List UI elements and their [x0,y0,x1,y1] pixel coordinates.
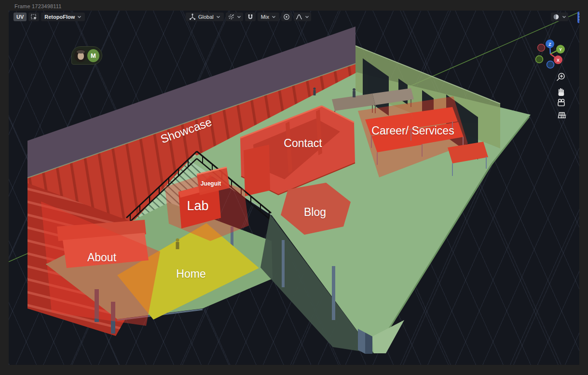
orientation-dropdown[interactable]: Global [186,13,224,21]
3d-viewport[interactable]: Z Y X [9,11,579,365]
gizmo-neg-y-ball[interactable] [536,56,543,63]
chevron-down-icon [77,15,82,19]
pivot-point-icon [228,13,234,20]
collaborator-avatar [74,49,86,62]
chevron-down-icon [216,15,220,19]
character-figure-home [176,239,179,250]
collaborator-initial-badge: M [87,49,99,62]
toolbar-left: UV RetopoFlow [14,13,85,21]
zone-label-about[interactable]: About [87,251,116,264]
gizmo-y-label: Y [559,47,562,52]
proportional-toggle[interactable] [281,13,292,21]
zone-label-lab[interactable]: Lab [187,199,208,214]
zone-label-home[interactable]: Home [176,268,205,281]
proportional-editing-icon [283,13,290,20]
chevron-down-icon [562,15,566,19]
magnet-snap-icon [247,13,254,20]
pan-hand-icon[interactable] [559,88,564,96]
toolbar-right [551,13,568,21]
zone-label-blog[interactable]: Blog [304,206,326,219]
chevron-down-icon [237,15,241,19]
gizmo-neg-z-ball[interactable] [547,61,554,68]
falloff-curve-icon [296,13,302,20]
blend-mode-dropdown[interactable]: Mix [258,13,279,21]
navigation-gizmo[interactable]: Z Y X [536,40,565,68]
chevron-down-icon [305,15,309,19]
falloff-dropdown[interactable] [294,13,311,21]
retopoflow-dropdown[interactable]: RetopoFlow [41,13,85,21]
figma-canvas: Frame 1723498111 [0,0,588,375]
uv-button[interactable]: UV [14,13,27,21]
gizmo-z-label: Z [548,42,551,47]
viewport-shading-icon [553,13,560,20]
uv-select-box-icon [30,13,37,20]
zoom-icon[interactable] [557,73,564,80]
viewport-nav-tools [557,73,566,118]
camera-view-icon[interactable] [558,99,564,106]
frame-title[interactable]: Frame 1723498111 [14,3,62,9]
orthographic-grid-icon[interactable] [559,113,566,118]
zone-label-contact[interactable]: Contact [284,137,322,150]
gizmo-x-label: X [557,58,560,63]
transform-orientation-icon [189,13,196,20]
zone-label-jueguito[interactable]: Jueguit [201,180,221,187]
zone-label-career-services[interactable]: Career/ Services [371,124,454,137]
building [27,27,531,354]
clipped-ui-fragment [577,12,579,23]
collaborator-badge[interactable]: M [71,46,102,65]
uv-select-tool[interactable] [28,13,39,21]
toolbar-center: Global Mix [186,13,311,21]
chevron-down-icon [272,15,276,19]
shading-dropdown[interactable] [551,13,568,21]
mezzanine-red-box [244,145,270,196]
gizmo-neg-x-ball[interactable] [538,44,545,52]
pivot-dropdown[interactable] [226,13,243,21]
snap-toggle[interactable] [245,13,256,21]
